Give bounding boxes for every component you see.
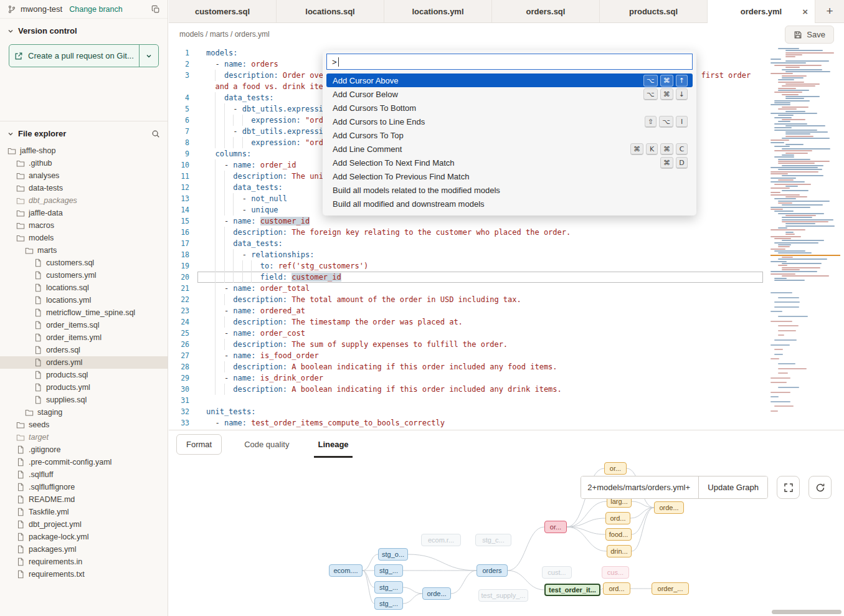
lineage-node-or_top[interactable]: or... bbox=[604, 462, 627, 475]
tree-folder-analyses[interactable]: analyses bbox=[0, 169, 168, 182]
tree-file-products.sql[interactable]: products.sql bbox=[0, 369, 168, 381]
lineage-node-ord2[interactable]: ord... bbox=[603, 582, 630, 595]
code-line-15[interactable]: 15 - name: customer_id bbox=[169, 216, 763, 227]
code-line-24[interactable]: 24 description: The timestamp the order … bbox=[169, 316, 763, 328]
tree-folder-staging[interactable]: staging bbox=[0, 406, 168, 419]
tree-file-customers.sql[interactable]: customers.sql bbox=[0, 257, 168, 269]
palette-item[interactable]: Add Line Comment⌘K⌘C bbox=[326, 142, 693, 156]
lineage-node-stg2[interactable]: stg_... bbox=[374, 581, 403, 594]
tree-file-.pre-commit-config.yaml[interactable]: .pre-commit-config.yaml bbox=[0, 456, 168, 468]
tree-file-.gitignore[interactable]: .gitignore bbox=[0, 443, 168, 456]
tree-folder-.github[interactable]: .github bbox=[0, 157, 168, 169]
palette-item[interactable]: Add Cursor Above⌥⌘↑ bbox=[326, 73, 693, 87]
tree-folder-target[interactable]: target bbox=[0, 431, 168, 443]
lineage-node-orde_rt[interactable]: orde... bbox=[654, 501, 684, 514]
code-line-25[interactable]: 25 - name: order_cost bbox=[169, 328, 763, 339]
palette-item[interactable]: Add Cursors To Top bbox=[326, 128, 693, 142]
tree-folder-marts[interactable]: marts bbox=[0, 244, 168, 257]
code-line-31[interactable]: 31 bbox=[169, 395, 763, 406]
create-pr-main[interactable]: Create a pull request on Git... bbox=[9, 45, 139, 67]
tree-folder-dbt_packages[interactable]: dbt_packages bbox=[0, 194, 168, 207]
editor-tab-products.sql[interactable]: products.sql bbox=[600, 0, 708, 22]
code-line-18[interactable]: 18 - relationships: bbox=[169, 249, 763, 260]
tree-folder-jaffle-data[interactable]: jaffle-data bbox=[0, 207, 168, 219]
code-line-28[interactable]: 28 description: A boolean indicating if … bbox=[169, 361, 763, 372]
lineage-node-cust[interactable]: cust... bbox=[542, 566, 572, 579]
tree-file-.sqlfluff[interactable]: .sqlfluff bbox=[0, 468, 168, 481]
tree-file-customers.yml[interactable]: customers.yml bbox=[0, 269, 168, 282]
lineage-node-ord1[interactable]: ord... bbox=[605, 512, 630, 524]
tree-file-orders.yml[interactable]: orders.yml bbox=[0, 356, 168, 369]
panel-tab-code-quality[interactable]: Code quality bbox=[240, 430, 293, 458]
lineage-node-stg_o[interactable]: stg_o... bbox=[378, 548, 408, 561]
tree-file-packages.yml[interactable]: packages.yml bbox=[0, 543, 168, 556]
tree-folder-models[interactable]: models bbox=[0, 232, 168, 244]
tree-file-dbt_project.yml[interactable]: dbt_project.yml bbox=[0, 518, 168, 531]
tree-folder-jaffle-shop[interactable]: jaffle-shop bbox=[0, 145, 168, 157]
tree-file-package-lock.yml[interactable]: package-lock.yml bbox=[0, 531, 168, 543]
tree-file-Taskfile.yml[interactable]: Taskfile.yml bbox=[0, 506, 168, 518]
code-line-29[interactable]: 29 - name: is_drink_order bbox=[169, 372, 763, 384]
lineage-node-stg1[interactable]: stg_... bbox=[374, 564, 403, 577]
code-line-16[interactable]: 16 description: The foreign key relating… bbox=[169, 227, 763, 238]
lineage-node-ecom_r[interactable]: ecom.r... bbox=[421, 534, 461, 546]
tree-file-locations.sql[interactable]: locations.sql bbox=[0, 282, 168, 294]
code-line-21[interactable]: 21 - name: order_total bbox=[169, 283, 763, 294]
minimap[interactable] bbox=[771, 48, 840, 422]
search-icon[interactable] bbox=[151, 130, 160, 138]
tree-folder-macros[interactable]: macros bbox=[0, 219, 168, 232]
lineage-node-test_o[interactable]: test_order_it... bbox=[544, 584, 600, 596]
editor-tab-locations.sql[interactable]: locations.sql bbox=[277, 0, 384, 22]
lineage-selector-input[interactable] bbox=[581, 476, 698, 498]
palette-item[interactable]: Add Cursors to Line Ends⇧⌥I bbox=[326, 115, 693, 128]
code-line-19[interactable]: 19 to: ref('stg_customers') bbox=[169, 260, 763, 272]
close-icon[interactable]: × bbox=[802, 6, 808, 17]
palette-item[interactable]: Build all models related to the modified… bbox=[326, 183, 693, 197]
change-branch-link[interactable]: Change branch bbox=[69, 5, 122, 14]
editor-tab-orders.yml[interactable]: orders.yml× bbox=[708, 0, 815, 22]
horizontal-scrollbar[interactable] bbox=[772, 610, 842, 614]
palette-item[interactable]: Add Selection To Next Find Match⌘D bbox=[326, 156, 693, 169]
tree-file-metricflow_time_spine.sql[interactable]: metricflow_time_spine.sql bbox=[0, 306, 168, 319]
tree-file-supplies.sql[interactable]: supplies.sql bbox=[0, 394, 168, 406]
tree-file-locations.yml[interactable]: locations.yml bbox=[0, 294, 168, 306]
pr-dropdown-button[interactable] bbox=[139, 45, 158, 67]
code-line-17[interactable]: 17 data_tests: bbox=[169, 238, 763, 249]
fullscreen-button[interactable] bbox=[777, 476, 800, 499]
lineage-node-or_pink[interactable]: or... bbox=[544, 521, 567, 533]
code-line-26[interactable]: 26 description: The sum of supply expens… bbox=[169, 339, 763, 350]
palette-item[interactable]: Add Cursor Below⌥⌘↓ bbox=[326, 87, 693, 101]
palette-item[interactable]: Add Selection To Previous Find Match bbox=[326, 169, 693, 183]
file-explorer-header[interactable]: File explorer bbox=[0, 121, 168, 143]
lineage-node-orde_b[interactable]: orde... bbox=[422, 587, 451, 600]
refresh-button[interactable] bbox=[808, 476, 832, 499]
code-line-22[interactable]: 22 description: The total amount of the … bbox=[169, 294, 763, 305]
new-tab-button[interactable]: + bbox=[815, 0, 844, 22]
tree-file-order_items.sql[interactable]: order_items.sql bbox=[0, 319, 168, 331]
version-control-header[interactable]: Version control bbox=[0, 19, 168, 40]
tree-folder-data-tests[interactable]: data-tests bbox=[0, 182, 168, 194]
lineage-node-test_s[interactable]: test_supply_... bbox=[478, 589, 528, 602]
tree-folder-seeds[interactable]: seeds bbox=[0, 419, 168, 431]
lineage-node-orders[interactable]: orders bbox=[477, 564, 508, 577]
lineage-canvas[interactable]: or...orde...larg...ord...food...drin...o… bbox=[169, 458, 844, 616]
code-line-20[interactable]: 20 field: customer_id bbox=[169, 272, 763, 283]
code-line-27[interactable]: 27 - name: is_food_order bbox=[169, 350, 763, 361]
editor-tab-customers.sql[interactable]: customers.sql bbox=[169, 0, 277, 22]
create-pr-button[interactable]: Create a pull request on Git... bbox=[9, 44, 159, 67]
tree-file-.sqlfluffignore[interactable]: .sqlfluffignore bbox=[0, 481, 168, 493]
tree-file-orders.sql[interactable]: orders.sql bbox=[0, 344, 168, 356]
code-line-32[interactable]: 32unit_tests: bbox=[169, 406, 763, 417]
command-palette-input[interactable]: > bbox=[326, 54, 693, 70]
lineage-node-order_y[interactable]: order_... bbox=[652, 582, 689, 595]
copy-icon[interactable] bbox=[151, 5, 160, 14]
code-line-23[interactable]: 23 - name: ordered_at bbox=[169, 305, 763, 316]
lineage-node-cus_p[interactable]: cus... bbox=[602, 566, 629, 579]
lineage-node-ecom[interactable]: ecom.... bbox=[329, 564, 363, 577]
palette-item[interactable]: Build all modified and downstream models bbox=[326, 197, 693, 211]
editor-tab-orders.sql[interactable]: orders.sql bbox=[492, 0, 600, 22]
tree-file-order_items.yml[interactable]: order_items.yml bbox=[0, 331, 168, 344]
lineage-node-drin[interactable]: drin... bbox=[607, 545, 632, 557]
lineage-node-food[interactable]: food... bbox=[605, 528, 632, 541]
update-graph-button[interactable]: Update Graph bbox=[698, 476, 767, 498]
